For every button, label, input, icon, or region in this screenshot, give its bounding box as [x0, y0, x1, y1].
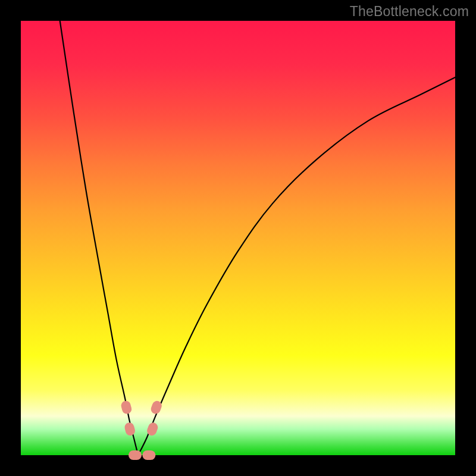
bottom-blob-left — [129, 450, 142, 460]
left-blob-lower — [124, 422, 136, 437]
chart-frame: TheBottleneck.com — [0, 0, 476, 476]
curve-left-arm — [60, 21, 138, 455]
curve-layer — [21, 21, 455, 455]
attribution-watermark: TheBottleneck.com — [350, 4, 469, 20]
data-markers — [120, 400, 163, 460]
plot-area — [21, 21, 455, 455]
curve-right-arm — [138, 77, 455, 455]
left-blob-upper — [120, 400, 133, 415]
bottom-blob-right — [142, 450, 155, 460]
